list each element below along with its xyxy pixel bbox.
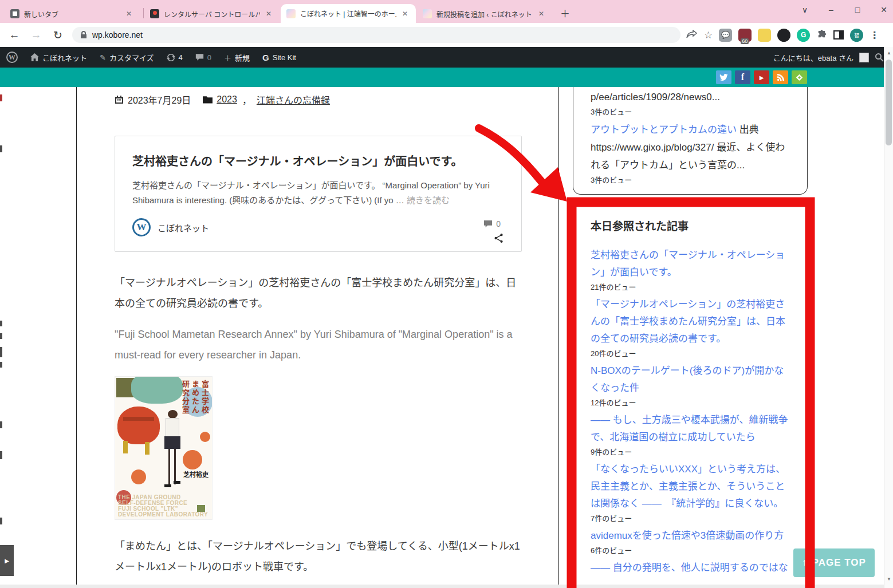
embed-card-title[interactable]: 芝村裕吏さんの「マージナル・オペレーション」が面白いです。: [132, 152, 504, 169]
left-edge-artifact: [0, 362, 2, 368]
comment-bubble-icon: [195, 53, 204, 61]
window-chevron-button[interactable]: ∨: [792, 0, 818, 19]
up-arrow-icon: ↑: [802, 557, 808, 569]
share-icon[interactable]: [686, 30, 698, 40]
cover-figure: [166, 418, 179, 437]
control-panel-favicon: [150, 9, 159, 18]
admin-site-kit[interactable]: G Site Kit: [256, 47, 302, 68]
admin-site-name-label: こぼれネット: [42, 52, 87, 63]
cover-figure: [164, 484, 171, 487]
cover-figure: [174, 449, 176, 484]
scroll-down-arrow[interactable]: ▼: [884, 574, 893, 583]
forward-button[interactable]: →: [29, 29, 44, 41]
vertical-scrollbar[interactable]: ▲ ▼: [884, 47, 893, 588]
admin-site-name[interactable]: こぼれネット: [24, 47, 93, 68]
pencil-icon: ✎: [100, 53, 106, 62]
book-title-vertical: 富士学校 まめたん 研究分室: [180, 380, 210, 415]
left-edge-artifact: [0, 518, 2, 524]
admin-updates-count: 4: [179, 53, 183, 62]
category-name-link[interactable]: 江端さんの忘備録: [257, 93, 330, 106]
cover-caption-line: DEVELOPMENT LABORATORY: [118, 512, 208, 518]
red-arrow-head: [530, 167, 567, 202]
browser-menu-icon[interactable]: ⋮: [870, 29, 879, 41]
book-cover-image[interactable]: 富士学校 まめたん 研究分室 芝村裕吏 THE JAPAN GROUND SEL…: [115, 376, 213, 520]
tab-close-icon[interactable]: ✕: [266, 10, 272, 18]
today-article-link[interactable]: 芝村裕吏さんの「マージナル・オペレーション」が面白いです。: [591, 247, 791, 281]
category-separator: ，: [242, 93, 251, 106]
site-header-bar: f ▶: [0, 68, 893, 87]
today-article-link[interactable]: ―― 自分の発明を、他人に説明するのではな: [591, 559, 791, 577]
tab-close-icon[interactable]: ✕: [538, 10, 544, 18]
admin-new[interactable]: ＋ 新規: [218, 47, 256, 68]
blog-embed-card[interactable]: 芝村裕吏さんの「マージナル・オペレーション」が面白いです。 芝村裕吏さんの「マー…: [115, 136, 522, 252]
admin-customize[interactable]: ✎ カスタマイズ: [93, 47, 160, 68]
side-panel-toggle[interactable]: ▶: [0, 545, 14, 576]
today-article-link[interactable]: ―― もし、土方歳三や榎本武揚が、維新戦争で、北海道国の樹立に成功していたら: [591, 412, 791, 446]
rss-icon[interactable]: [773, 70, 788, 84]
category-year-link[interactable]: 2023: [217, 94, 237, 105]
admin-updates[interactable]: 4: [160, 47, 189, 68]
rabbit-extension-icon[interactable]: [758, 29, 771, 42]
reading-mode-icon[interactable]: [833, 30, 844, 40]
plus-icon: ＋: [224, 52, 231, 63]
read-more-link[interactable]: 続きを読む: [407, 195, 450, 205]
scroll-up-arrow[interactable]: ▲: [884, 48, 893, 57]
today-article-link[interactable]: N-BOXのテールゲート(後ろのドア)が開かなくなった件: [591, 362, 791, 397]
chrome-icon: [10, 9, 19, 18]
cover-figure: [168, 449, 170, 484]
tab-close-icon[interactable]: ✕: [126, 10, 132, 18]
post-meta-row: 2023年7月29日 2023 ， 江端さんの忘備録: [115, 93, 330, 106]
facebook-icon[interactable]: f: [735, 70, 750, 84]
admin-greeting[interactable]: こんにちは、ebata さん: [773, 52, 853, 63]
scrollbar-thumb[interactable]: [886, 60, 892, 145]
address-bar[interactable]: wp.kobore.net: [72, 27, 680, 43]
tab-kobore-net-active[interactable]: こぼれネット | 江端智一のホームページ ✕: [281, 4, 416, 23]
today-article-link[interactable]: 「なくなったらいいXXX」という考え方は、民主主義とか、主義主張とか、そういうこ…: [591, 461, 791, 512]
wp-logo-menu[interactable]: W: [0, 47, 24, 68]
view-count: 12件のビュー: [591, 398, 791, 408]
horizontal-scrollbar[interactable]: [0, 585, 884, 588]
twitter-icon[interactable]: [716, 70, 731, 84]
left-edge-artifact: [0, 451, 2, 459]
cover-figure: [164, 436, 180, 449]
sidebar-popular-widget: p/ee/articles/1909/28/news0... 3件のビュー アウ…: [573, 87, 808, 195]
line-extension-icon[interactable]: 💬: [719, 29, 732, 42]
youtube-icon[interactable]: ▶: [754, 70, 769, 84]
reload-button[interactable]: ↻: [50, 29, 65, 42]
tab-new-tab[interactable]: 新しいタブ ✕: [5, 5, 142, 23]
tab-new-post[interactable]: 新規投稿を追加 ‹ こぼれネット — W ✕: [417, 5, 552, 23]
adblock-extension-icon[interactable]: 60: [738, 29, 752, 42]
window-maximize-button[interactable]: □: [844, 0, 871, 19]
admin-search-icon[interactable]: [875, 53, 884, 62]
list-item: 「なくなったらいいXXX」という考え方は、民主主義とか、主義主張とか、そういうこ…: [591, 461, 791, 524]
feedly-icon[interactable]: [792, 70, 807, 84]
grammarly-extension-icon[interactable]: G: [797, 29, 810, 42]
extensions-puzzle-icon[interactable]: [816, 30, 827, 41]
popular-item-link[interactable]: アウトプットとアプトカムの違い: [591, 124, 737, 135]
cover-figure: [168, 410, 178, 419]
share-button[interactable]: [494, 233, 504, 243]
bookmark-star-icon[interactable]: ☆: [704, 29, 713, 41]
window-minimize-button[interactable]: –: [818, 0, 844, 19]
window-close-button[interactable]: ✕: [871, 0, 893, 19]
new-tab-button[interactable]: ＋: [560, 6, 570, 20]
view-count: 7件のビュー: [591, 514, 791, 524]
admin-avatar[interactable]: [859, 53, 869, 62]
back-button[interactable]: ←: [7, 29, 22, 41]
embed-card-site-name: こぼれネット: [158, 222, 209, 234]
profile-avatar[interactable]: 智: [850, 29, 863, 42]
today-article-link[interactable]: 「マージナルオペレーション」の芝村裕吏さんの「富士学校まめたん研究分室」は、日本…: [591, 296, 791, 348]
swirl-extension-icon[interactable]: [777, 29, 790, 42]
tab-close-icon[interactable]: ✕: [402, 10, 408, 18]
popular-item-views: 3件のビュー: [591, 107, 791, 117]
today-article-link[interactable]: avidemuxを使った倍速や3倍速動画の作り方: [591, 527, 791, 544]
page-top-button[interactable]: ↑ PAGE TOP: [793, 548, 875, 577]
admin-comments[interactable]: 0: [189, 47, 218, 68]
list-item: N-BOXのテールゲート(後ろのドア)が開かなくなった件 12件のビュー: [591, 362, 791, 408]
left-edge-artifact: [0, 347, 2, 357]
left-edge-artifact: [0, 145, 2, 152]
list-item: ―― 自分の発明を、他人に説明するのではな: [591, 559, 791, 577]
admin-new-label: 新規: [235, 52, 250, 63]
tab-rental-server[interactable]: レンタルサーバ コントロールパネル ✕: [144, 5, 281, 23]
view-count: 6件のビュー: [591, 546, 791, 556]
